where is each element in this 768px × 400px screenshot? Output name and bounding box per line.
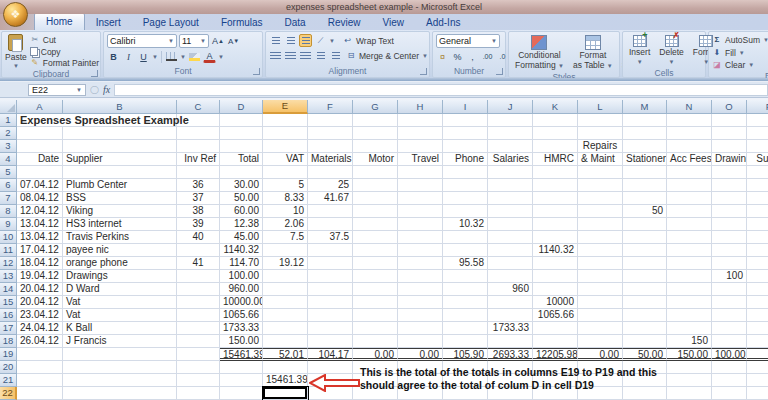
cell-H3[interactable] [398, 140, 443, 153]
align-middle-button[interactable] [284, 34, 297, 47]
cell-G19[interactable]: 0.00 [353, 348, 398, 361]
cell-B14[interactable]: D Ward [63, 283, 177, 296]
cell-C22[interactable] [177, 387, 220, 400]
cell-A15[interactable]: 20.04.12 [17, 296, 63, 309]
merge-center-button[interactable]: ⊟Merge & Center▼ [346, 51, 428, 61]
cell-F19[interactable]: 104.17 [308, 348, 353, 361]
cell-A8[interactable]: 12.04.12 [17, 205, 63, 218]
cell-C17[interactable] [177, 322, 220, 335]
cell-D3[interactable] [220, 140, 263, 153]
cell-A9[interactable]: 13.04.12 [17, 218, 63, 231]
tab-view[interactable]: View [371, 15, 415, 30]
italic-button[interactable]: I [122, 50, 135, 63]
cell-N3[interactable] [667, 140, 712, 153]
cell-A19[interactable] [17, 348, 63, 361]
cell-P18[interactable] [747, 335, 768, 348]
cell-A10[interactable]: 13.04.12 [17, 231, 63, 244]
column-header-L[interactable]: L [578, 100, 623, 114]
cell-J18[interactable] [488, 335, 533, 348]
cell-K10[interactable] [533, 231, 578, 244]
cell-G16[interactable] [353, 309, 398, 322]
cell-E18[interactable] [263, 335, 308, 348]
cell-N19[interactable]: 150.00 [667, 348, 712, 361]
cell-P2[interactable] [747, 127, 768, 140]
cell-I9[interactable]: 10.32 [443, 218, 488, 231]
cell-N1[interactable] [667, 114, 712, 127]
align-right-button[interactable] [299, 49, 312, 62]
cell-N13[interactable] [667, 270, 712, 283]
fill-button[interactable]: ⬇Fill▼ [712, 48, 768, 58]
cell-E6[interactable]: 5 [263, 179, 308, 192]
cell-L9[interactable] [578, 218, 623, 231]
cell-H9[interactable] [398, 218, 443, 231]
cell-J14[interactable]: 960 [488, 283, 533, 296]
cell-P11[interactable] [747, 244, 768, 257]
accounting-format-button[interactable]: ¤ [436, 50, 449, 63]
tab-page-layout[interactable]: Page Layout [132, 15, 210, 30]
font-size-select[interactable]: 11▼ [179, 34, 209, 48]
cell-I4[interactable]: Phone [443, 153, 488, 166]
cell-D4[interactable]: Total [220, 153, 263, 166]
cell-D11[interactable]: 1140.32 [220, 244, 263, 257]
cell-C12[interactable]: 41 [177, 257, 220, 270]
cell-M15[interactable] [623, 296, 667, 309]
cell-L17[interactable] [578, 322, 623, 335]
cell-J12[interactable] [488, 257, 533, 270]
cell-P8[interactable] [747, 205, 768, 218]
cell-E15[interactable] [263, 296, 308, 309]
cell-D8[interactable]: 60.00 [220, 205, 263, 218]
cell-P22[interactable] [747, 387, 768, 400]
cell-J3[interactable] [488, 140, 533, 153]
cell-I6[interactable] [443, 179, 488, 192]
cell-I8[interactable] [443, 205, 488, 218]
select-all-corner[interactable] [0, 100, 17, 114]
cell-O21[interactable] [712, 374, 747, 387]
cell-G6[interactable] [353, 179, 398, 192]
cell-E12[interactable]: 19.12 [263, 257, 308, 270]
row-header-17[interactable]: 17 [0, 322, 17, 335]
cell-M4[interactable]: Stationery [623, 153, 667, 166]
cell-I17[interactable] [443, 322, 488, 335]
cell-E8[interactable]: 10 [263, 205, 308, 218]
cell-C15[interactable] [177, 296, 220, 309]
cell-B9[interactable]: HS3 internet [63, 218, 177, 231]
cell-P21[interactable] [747, 374, 768, 387]
cell-N15[interactable] [667, 296, 712, 309]
column-header-K[interactable]: K [533, 100, 578, 114]
cell-G15[interactable] [353, 296, 398, 309]
cell-L16[interactable] [578, 309, 623, 322]
cell-O7[interactable] [712, 192, 747, 205]
cell-I19[interactable]: 105.90 [443, 348, 488, 361]
cell-M14[interactable] [623, 283, 667, 296]
cell-N6[interactable] [667, 179, 712, 192]
cell-K12[interactable] [533, 257, 578, 270]
cell-F15[interactable] [308, 296, 353, 309]
cell-H8[interactable] [398, 205, 443, 218]
cell-C11[interactable] [177, 244, 220, 257]
cell-I11[interactable] [443, 244, 488, 257]
column-header-A[interactable]: A [17, 100, 63, 114]
cell-M9[interactable] [623, 218, 667, 231]
cell-F4[interactable]: Materials [308, 153, 353, 166]
row-header-11[interactable]: 11 [0, 244, 17, 257]
cell-D14[interactable]: 960.00 [220, 283, 263, 296]
cell-G4[interactable]: Motor [353, 153, 398, 166]
format-as-table-button[interactable]: Format as Table ▼ [570, 34, 616, 72]
cell-M12[interactable] [623, 257, 667, 270]
align-top-button[interactable] [269, 34, 282, 47]
cell-J8[interactable] [488, 205, 533, 218]
cell-A6[interactable]: 07.04.12 [17, 179, 63, 192]
cell-D17[interactable]: 1733.33 [220, 322, 263, 335]
cell-E16[interactable] [263, 309, 308, 322]
row-header-12[interactable]: 12 [0, 257, 17, 270]
cell-B19[interactable] [63, 348, 177, 361]
cell-C14[interactable] [177, 283, 220, 296]
cell-E11[interactable] [263, 244, 308, 257]
cell-K5[interactable] [533, 166, 578, 179]
insert-function-button[interactable]: fx [103, 84, 110, 95]
cell-P16[interactable] [747, 309, 768, 322]
cell-L10[interactable] [578, 231, 623, 244]
cell-L7[interactable] [578, 192, 623, 205]
cell-L6[interactable] [578, 179, 623, 192]
number-dialog-launcher[interactable] [496, 68, 503, 75]
